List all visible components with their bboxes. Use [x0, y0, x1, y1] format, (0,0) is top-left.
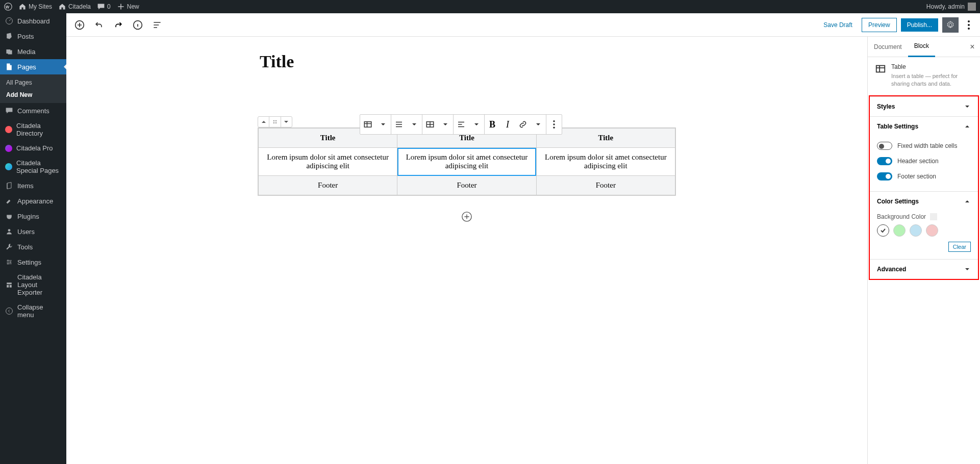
drag-handle[interactable] — [269, 117, 280, 127]
settings-toggle-button[interactable] — [942, 17, 959, 33]
wp-logo[interactable] — [4, 3, 12, 11]
sidebar-dashboard[interactable]: Dashboard — [0, 13, 66, 29]
sidebar-citadela-directory[interactable]: Citadela Directory — [0, 118, 66, 141]
panel-styles[interactable]: Styles — [870, 97, 978, 116]
panel-advanced[interactable]: Advanced — [870, 260, 978, 279]
chevron-down-icon — [964, 266, 971, 273]
svg-point-15 — [553, 120, 555, 122]
table-body-cell[interactable]: Lorem ipsum dolor sit amet consectetur a… — [536, 148, 675, 176]
svg-rect-13 — [364, 122, 371, 127]
citadela-directory-icon — [5, 126, 12, 133]
sidebar-appearance[interactable]: Appearance — [0, 193, 66, 209]
comments-link[interactable]: 0 — [97, 3, 111, 11]
link-button[interactable] — [515, 115, 531, 134]
highlight-annotation: Styles Table Settings Fixed width table … — [869, 95, 979, 280]
table-block-icon[interactable] — [360, 115, 375, 134]
block-toolbar: B I — [360, 114, 562, 135]
site-name-link[interactable]: Citadela — [58, 3, 91, 11]
close-inspector-button[interactable]: × — [965, 42, 980, 51]
move-down-button[interactable] — [281, 117, 292, 127]
tab-document[interactable]: Document — [868, 37, 908, 57]
align-dropdown[interactable] — [407, 115, 422, 134]
my-sites-link[interactable]: My Sites — [18, 3, 52, 11]
howdy-link[interactable]: Howdy, admin — [926, 3, 965, 10]
sidebar-users[interactable]: Users — [0, 224, 66, 239]
outline-button[interactable] — [149, 17, 165, 33]
color-swatch-green[interactable] — [893, 224, 906, 237]
color-swatch-blue[interactable] — [910, 224, 922, 237]
sidebar-plugins[interactable]: Plugins — [0, 209, 66, 224]
sidebar-settings[interactable]: Settings — [0, 254, 66, 270]
svg-point-9 — [273, 120, 274, 121]
toggle-fixed-width[interactable] — [877, 142, 892, 150]
svg-point-2 — [8, 229, 11, 231]
align-button[interactable] — [391, 115, 407, 134]
table-edit-dropdown[interactable] — [438, 115, 453, 134]
more-toolbar-button[interactable] — [546, 115, 562, 134]
svg-rect-19 — [876, 66, 885, 72]
color-swatch-red[interactable] — [926, 224, 938, 237]
svg-point-3 — [6, 308, 13, 315]
panel-table-settings[interactable]: Table Settings — [870, 117, 978, 136]
table-body-cell[interactable]: Lorem ipsum dolor sit amet consectetur a… — [259, 148, 397, 176]
sidebar-item-label: Dashboard — [17, 17, 50, 25]
sidebar-citadela-pro[interactable]: Citadela Pro — [0, 141, 66, 156]
table-footer-cell[interactable]: Footer — [259, 176, 397, 195]
new-link[interactable]: New — [117, 3, 139, 11]
redo-button[interactable] — [110, 17, 127, 33]
info-button[interactable] — [130, 17, 146, 33]
sidebar-pages[interactable]: Pages — [0, 59, 66, 74]
sidebar-items[interactable]: Items — [0, 178, 66, 193]
avatar[interactable] — [968, 3, 976, 11]
sidebar-citadela-special-pages[interactable]: Citadela Special Pages — [0, 156, 66, 178]
text-align-dropdown[interactable] — [469, 115, 484, 134]
svg-point-17 — [553, 127, 555, 129]
bold-button[interactable]: B — [485, 115, 500, 134]
svg-point-12 — [275, 122, 277, 123]
sidebar-posts[interactable]: Posts — [0, 29, 66, 44]
sidebar-layout-exporter[interactable]: Citadela Layout Exporter — [0, 270, 66, 300]
bg-color-indicator — [930, 213, 937, 220]
sidebar-pages-all[interactable]: All Pages — [0, 76, 66, 89]
block-mover[interactable] — [258, 116, 292, 127]
italic-button[interactable]: I — [500, 115, 515, 134]
block-description: Insert a table — perfect for sharing cha… — [891, 72, 973, 88]
table-footer-cell[interactable]: Footer — [397, 176, 536, 195]
panel-color-settings[interactable]: Color Settings — [870, 192, 978, 211]
undo-button[interactable] — [91, 17, 107, 33]
sidebar-media[interactable]: Media — [0, 44, 66, 59]
move-up-button[interactable] — [258, 117, 269, 127]
add-block-button[interactable] — [71, 17, 88, 33]
more-formatting-dropdown[interactable] — [531, 115, 546, 134]
color-swatch-white[interactable] — [877, 224, 889, 237]
clear-color-button[interactable]: Clear — [948, 242, 971, 252]
svg-point-8 — [968, 28, 970, 30]
citadela-pro-icon — [5, 145, 12, 152]
sidebar-collapse[interactable]: Collapse menu — [0, 300, 66, 322]
add-block-inline-button[interactable] — [258, 211, 676, 224]
table-icon — [875, 63, 886, 74]
sidebar-comments[interactable]: Comments — [0, 103, 66, 118]
save-draft-button[interactable]: Save Draft — [818, 18, 858, 32]
preview-button[interactable]: Preview — [862, 18, 897, 32]
table-edit-button[interactable] — [422, 115, 438, 134]
tab-block[interactable]: Block — [908, 37, 935, 57]
svg-point-0 — [5, 3, 12, 10]
page-title[interactable]: Title — [260, 52, 676, 71]
text-align-button[interactable] — [454, 115, 469, 134]
citadela-special-icon — [5, 163, 12, 170]
table-footer-cell[interactable]: Footer — [536, 176, 675, 195]
publish-button[interactable]: Publish... — [901, 18, 938, 32]
sidebar-tools[interactable]: Tools — [0, 239, 66, 254]
more-options-button[interactable] — [963, 17, 975, 33]
sidebar-pages-add-new[interactable]: Add New — [0, 89, 66, 101]
table-body-cell[interactable]: Lorem ipsum dolor sit amet consectetur a… — [397, 148, 536, 176]
toggle-header-section[interactable] — [877, 157, 892, 165]
change-block-type-dropdown[interactable] — [375, 115, 391, 134]
svg-point-7 — [968, 24, 970, 26]
svg-point-11 — [273, 122, 274, 123]
chevron-up-icon — [964, 123, 971, 130]
chevron-down-icon — [964, 103, 971, 110]
toggle-footer-section[interactable] — [877, 172, 892, 181]
table-block[interactable]: Title Title Title Lorem ipsum dolor sit … — [258, 127, 676, 196]
